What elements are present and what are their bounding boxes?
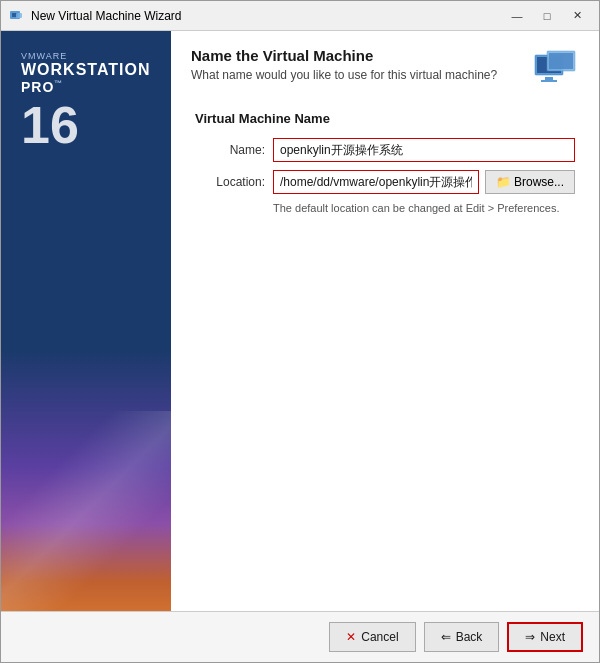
svg-rect-6: [541, 80, 557, 82]
minimize-button[interactable]: —: [503, 5, 531, 27]
wizard-window: New Virtual Machine Wizard — □ ✕ vmware …: [0, 0, 600, 663]
titlebar-buttons: — □ ✕: [503, 5, 591, 27]
header-text: Name the Virtual Machine What name would…: [191, 47, 531, 82]
form-area: Virtual Machine Name Name: Location: 📁 B…: [171, 97, 599, 611]
name-label: Name:: [195, 143, 265, 157]
location-row: Location: 📁 Browse...: [195, 170, 575, 194]
back-label: Back: [456, 630, 483, 644]
name-input[interactable]: [273, 138, 575, 162]
cancel-label: Cancel: [361, 630, 398, 644]
vmware-label: vmware: [21, 51, 67, 61]
svg-rect-2: [16, 13, 22, 18]
maximize-button[interactable]: □: [533, 5, 561, 27]
browse-button[interactable]: 📁 Browse...: [485, 170, 575, 194]
titlebar: New Virtual Machine Wizard — □ ✕: [1, 1, 599, 31]
sidebar: vmware WORKSTATION PRO™ 16: [1, 31, 171, 611]
svg-rect-8: [549, 53, 573, 69]
titlebar-icon: [9, 8, 25, 24]
back-button[interactable]: ⇐ Back: [424, 622, 500, 652]
cancel-button[interactable]: ✕ Cancel: [329, 622, 415, 652]
location-input[interactable]: [273, 170, 479, 194]
header-title: Name the Virtual Machine: [191, 47, 531, 64]
pro-label: PRO™: [21, 79, 63, 95]
svg-rect-5: [545, 77, 553, 80]
vm-icon: [531, 47, 579, 87]
section-title: Virtual Machine Name: [195, 111, 575, 126]
header-subtitle: What name would you like to use for this…: [191, 68, 531, 82]
back-icon: ⇐: [441, 630, 451, 644]
workstation-label: WORKSTATION: [21, 61, 151, 79]
next-label: Next: [540, 630, 565, 644]
footer: ✕ Cancel ⇐ Back ⇒ Next: [1, 611, 599, 662]
vmware-logo: vmware WORKSTATION PRO™ 16: [21, 51, 151, 151]
cancel-icon: ✕: [346, 630, 356, 644]
next-icon: ⇒: [525, 630, 535, 644]
main-panel: Name the Virtual Machine What name would…: [171, 31, 599, 611]
version-label: 16: [21, 99, 151, 151]
titlebar-title: New Virtual Machine Wizard: [31, 9, 503, 23]
close-button[interactable]: ✕: [563, 5, 591, 27]
hint-text: The default location can be changed at E…: [273, 202, 575, 214]
wizard-header: Name the Virtual Machine What name would…: [171, 31, 599, 97]
name-row: Name:: [195, 138, 575, 162]
content-area: vmware WORKSTATION PRO™ 16 Name the Virt…: [1, 31, 599, 611]
next-button[interactable]: ⇒ Next: [507, 622, 583, 652]
location-label: Location:: [195, 175, 265, 189]
